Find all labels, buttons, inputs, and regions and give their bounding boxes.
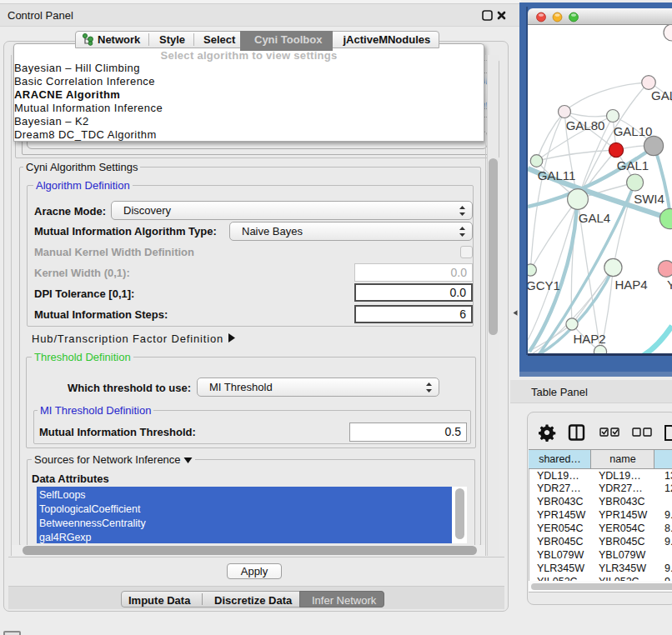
svg-text:GAL80: GAL80	[566, 118, 605, 132]
svg-text:GCY1: GCY1	[528, 278, 560, 292]
svg-text:HAP4: HAP4	[614, 278, 647, 292]
svg-text:SWI4: SWI4	[634, 192, 664, 206]
svg-text:YJ: YJ	[667, 278, 672, 292]
svg-text:GAL4: GAL4	[579, 211, 610, 225]
svg-text:GAL11: GAL11	[538, 168, 576, 182]
svg-text:GAL2: GAL2	[651, 88, 672, 102]
svg-text:GAL1: GAL1	[617, 158, 649, 172]
svg-text:GAL10: GAL10	[614, 124, 653, 138]
svg-text:HAP2: HAP2	[573, 332, 605, 346]
